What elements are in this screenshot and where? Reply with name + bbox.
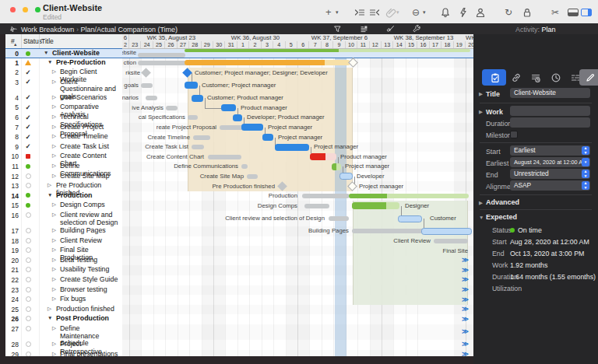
offscreen-task-indicator[interactable]: ≫	[462, 305, 468, 313]
gantt-bar-planned[interactable]	[193, 135, 210, 140]
work-input[interactable]	[510, 106, 590, 116]
disclosure-collapsed-icon[interactable]: ▷	[52, 227, 56, 233]
tab-info-icon[interactable]	[487, 71, 503, 85]
advanced-disclosure-icon[interactable]: ▶	[479, 200, 483, 206]
table-row[interactable]: 25▷Production finished	[5, 305, 122, 315]
disclosure-collapsed-icon[interactable]: ▷	[52, 94, 56, 100]
add-icon[interactable]: +	[325, 5, 332, 19]
duration-input[interactable]	[510, 117, 590, 128]
table-row[interactable]: 9✓▷Create Task List	[5, 142, 122, 152]
disclosure-collapsed-icon[interactable]: ▷	[47, 306, 51, 312]
gantt-bar-planned[interactable]	[304, 204, 329, 208]
table-row[interactable]: 1▼Pre-Production	[5, 58, 122, 68]
offscreen-task-indicator[interactable]: ≫	[462, 350, 468, 356]
disclosure-collapsed-icon[interactable]: ▷	[52, 114, 56, 120]
assign-resource-icon[interactable]	[475, 5, 486, 19]
gantt-bar-actual[interactable]	[339, 173, 353, 180]
tab-links-icon[interactable]	[508, 71, 524, 85]
disclosure-collapsed-icon[interactable]: ▷	[52, 152, 56, 159]
gantt-bar-actual[interactable]	[192, 95, 203, 102]
offscreen-task-indicator[interactable]: ≫	[462, 327, 468, 335]
disclosure-collapsed-icon[interactable]: ▷	[52, 68, 56, 75]
gantt-bar-planned[interactable]	[208, 155, 241, 159]
gantt-milestone[interactable]	[141, 68, 151, 78]
table-row[interactable]: 21▷Usability Testing	[5, 265, 122, 275]
gantt-bar-actual[interactable]	[352, 202, 399, 209]
disclosure-expanded-icon[interactable]: ▼	[47, 315, 52, 320]
disclosure-expanded-icon[interactable]: ▼	[44, 50, 48, 55]
add-chevron-icon[interactable]: ▾	[336, 5, 339, 19]
table-row[interactable]: 17▷Building Pages	[5, 226, 122, 236]
table-row[interactable]: 6✓▷Technical Specifications	[5, 113, 122, 123]
title-disclosure-icon[interactable]: ▶	[479, 91, 483, 97]
title-input[interactable]: Client-Website	[510, 88, 590, 98]
zoom-window-button[interactable]	[35, 7, 40, 12]
disclosure-collapsed-icon[interactable]: ▷	[52, 296, 56, 302]
lock-icon[interactable]	[522, 5, 533, 19]
disclosure-collapsed-icon[interactable]: ▷	[52, 237, 56, 243]
disclosure-collapsed-icon[interactable]: ▷	[52, 133, 56, 139]
table-row[interactable]: 27▷Define Maintenance Schedule	[5, 324, 122, 340]
gantt-bar-actual[interactable]	[185, 49, 470, 52]
column-header-title[interactable]: Title	[41, 37, 54, 45]
disclosure-collapsed-icon[interactable]: ▷	[52, 201, 56, 208]
disclosure-expanded-icon[interactable]: ▼	[47, 59, 52, 65]
offscreen-task-indicator[interactable]: ≫	[462, 275, 468, 283]
gantt-bar-actual[interactable]	[310, 153, 336, 160]
offscreen-task-indicator[interactable]: ≫	[462, 285, 468, 293]
gantt-bar-planned[interactable]	[166, 106, 178, 110]
earliest-date-input[interactable]: August 24, 2020 at 12:00 AM▾	[510, 157, 590, 167]
gantt-bar-actual[interactable]	[221, 104, 236, 111]
gantt-bar-actual[interactable]	[262, 134, 273, 141]
work-disclosure-icon[interactable]: ▶	[479, 109, 483, 115]
table-row[interactable]: 19▷Final Site Production	[5, 246, 122, 256]
breadcrumb-view[interactable]: Work Breakdown	[21, 26, 74, 33]
sync-icon[interactable]: ↻	[505, 5, 512, 19]
attach-chevron-icon[interactable]: ▾	[396, 5, 399, 19]
gantt-bar-planned[interactable]	[241, 164, 248, 169]
table-row[interactable]: 29▷Final presentations	[5, 350, 122, 356]
start-select[interactable]: Earliest▲▼	[510, 145, 590, 156]
remove-icon[interactable]: ⊖	[412, 5, 420, 19]
indent-icon[interactable]	[354, 5, 365, 19]
table-row[interactable]: 4✓▷User Scenarios	[5, 93, 122, 103]
disclosure-collapsed-icon[interactable]: ▷	[52, 351, 56, 356]
table-row[interactable]: 26▼Post Production	[5, 314, 122, 324]
alignment-select[interactable]: ASAP▲▼	[510, 180, 590, 191]
disclosure-collapsed-icon[interactable]: ▷	[52, 247, 56, 253]
gantt-bar-actual[interactable]	[421, 228, 472, 235]
offscreen-task-indicator[interactable]: ≫	[462, 315, 468, 323]
table-row[interactable]: 13▷Pre Production finished	[5, 181, 122, 191]
table-row[interactable]: 16▷Client review and selection of Design	[5, 211, 122, 226]
outdent-icon[interactable]	[369, 5, 380, 19]
table-row[interactable]: 20▷Beta Testing	[5, 256, 122, 266]
disclosure-collapsed-icon[interactable]: ▷	[52, 325, 56, 331]
table-row[interactable]: 18▷Client Review	[5, 236, 122, 247]
disclosure-collapsed-icon[interactable]: ▷	[52, 276, 56, 282]
actions-icon[interactable]	[458, 5, 469, 19]
disclosure-collapsed-icon[interactable]: ▷	[52, 173, 56, 179]
table-row[interactable]: 3✓▷Client Questionnaire and goals	[5, 78, 122, 93]
tab-schedule-icon[interactable]	[528, 71, 543, 85]
gantt-bar-planned[interactable]	[329, 216, 349, 221]
disclosure-collapsed-icon[interactable]: ▷	[52, 163, 56, 169]
offscreen-task-indicator[interactable]: ≫	[462, 296, 468, 303]
disclosure-collapsed-icon[interactable]: ▷	[52, 286, 56, 292]
table-row[interactable]: 10▷Create Content Chart	[5, 152, 122, 162]
gantt-bar-actual[interactable]	[241, 124, 263, 131]
disclosure-collapsed-icon[interactable]: ▷	[52, 79, 56, 85]
disclosure-collapsed-icon[interactable]: ▷	[52, 266, 56, 272]
filter-icon[interactable]	[333, 24, 342, 33]
disclosure-collapsed-icon[interactable]: ▷	[52, 103, 56, 110]
gantt-bar-actual[interactable]	[185, 60, 350, 65]
offscreen-task-indicator[interactable]: ≫	[462, 266, 468, 274]
cut-icon[interactable]: ✂	[551, 5, 559, 19]
disclosure-collapsed-icon[interactable]: ▷	[52, 257, 56, 263]
disclosure-collapsed-icon[interactable]: ▷	[47, 182, 51, 188]
end-select[interactable]: Unrestricted▲▼	[510, 169, 590, 179]
milestone-checkbox[interactable]	[510, 131, 518, 138]
table-row[interactable]: 15▷Design Comps	[5, 201, 122, 211]
table-row[interactable]: 14▼Production	[5, 191, 122, 201]
notifications-icon[interactable]	[440, 5, 451, 19]
table-row[interactable]: 24▷Fix bugs	[5, 295, 122, 305]
